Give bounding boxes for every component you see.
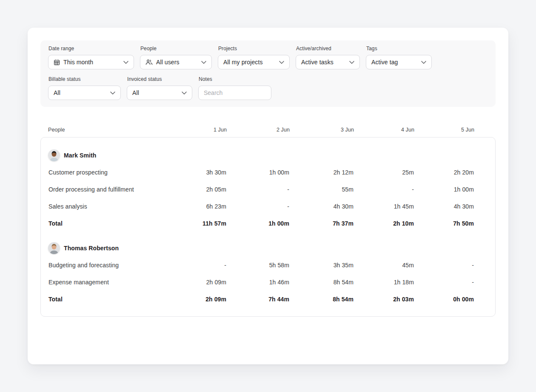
selected-value: This month [63, 59, 120, 66]
filter-label: Date range [48, 46, 134, 52]
notes-search-box [198, 86, 271, 100]
filter-panel: Date rangeThis monthPeopleAll usersProje… [40, 40, 496, 107]
users-icon [145, 59, 153, 65]
column-header-date: 5 Jun [414, 126, 474, 134]
chevron-down-icon [123, 61, 128, 64]
filter-tags: TagsActive tag [366, 46, 432, 69]
report-card: Date rangeThis monthPeopleAll usersProje… [28, 28, 508, 364]
total-time-cell: 2h 03m [354, 296, 414, 303]
filter-label: Active/archived [296, 46, 360, 52]
time-cell: 25m [354, 169, 414, 176]
filter-label: Tags [366, 46, 432, 52]
filter-active-archived: Active/archivedActive tasks [296, 46, 360, 69]
person-header-row: Mark Smith [41, 147, 495, 164]
task-row: Customer prospecting3h 30m1h 00m2h 12m25… [41, 164, 495, 181]
task-row: Expense management2h 09m1h 46m8h 54m1h 1… [41, 274, 495, 291]
column-header-people: People [48, 126, 166, 134]
billable-status-select[interactable]: All [48, 86, 121, 100]
time-cell: 3h 30m [166, 169, 226, 176]
chevron-down-icon [421, 61, 426, 64]
task-row: Order processing and fulfillment2h 05m-5… [41, 181, 495, 198]
chevron-down-icon [110, 92, 115, 94]
column-header-date: 4 Jun [354, 126, 414, 134]
total-time-cell: 8h 54m [289, 296, 354, 303]
total-label: Total [48, 296, 166, 303]
time-cell: 2h 05m [166, 186, 226, 193]
page-background: Date rangeThis monthPeopleAll usersProje… [0, 0, 536, 392]
time-cell: 1h 46m [226, 279, 289, 286]
selected-value: All users [156, 59, 198, 66]
time-cell: 6h 23m [166, 203, 226, 210]
chevron-down-icon [201, 61, 206, 64]
filter-label: Projects [218, 46, 290, 52]
task-name: Order processing and fulfillment [48, 186, 166, 193]
active-archived-select[interactable]: Active tasks [296, 55, 360, 69]
task-name: Budgeting and forecasting [48, 262, 166, 269]
notes-search-input[interactable] [199, 86, 271, 100]
date-range-select[interactable]: This month [48, 55, 134, 69]
time-cell: 8h 54m [289, 279, 354, 286]
selected-value: Active tasks [301, 59, 346, 66]
chevron-down-icon [349, 61, 354, 64]
time-cell: - [414, 279, 474, 286]
total-time-cell: 7h 44m [226, 296, 289, 303]
total-label: Total [48, 220, 166, 227]
task-name: Expense management [48, 279, 166, 286]
calendar-icon [54, 59, 60, 66]
filter-row-1: Date rangeThis monthPeopleAll usersProje… [48, 46, 488, 69]
filter-label: People [140, 46, 212, 52]
time-cell: - [354, 186, 414, 193]
tags-select[interactable]: Active tag [366, 55, 432, 69]
total-time-cell: 0h 00m [414, 296, 474, 303]
filter-label: Billable status [48, 76, 121, 83]
filter-row-2: Billable statusAllInvoiced statusAllNote… [48, 76, 488, 100]
total-time-cell: 1h 00m [226, 220, 289, 227]
people-select[interactable]: All users [140, 55, 212, 69]
task-name: Sales analysis [48, 203, 166, 210]
time-cell: 3h 35m [289, 262, 354, 269]
time-cell: 4h 30m [289, 203, 354, 210]
total-row: Total2h 09m7h 44m8h 54m2h 03m0h 00m [41, 291, 495, 308]
projects-select[interactable]: All my projects [218, 55, 290, 69]
filter-billable-status: Billable statusAll [48, 76, 121, 100]
total-time-cell: 2h 10m [354, 220, 414, 227]
time-cell: - [226, 203, 289, 210]
filter-label: Notes [199, 76, 271, 83]
total-row: Total11h 57m1h 00m7h 37m2h 10m7h 50m [41, 215, 495, 232]
chevron-down-icon [182, 92, 187, 94]
timesheet-table: Mark SmithCustomer prospecting3h 30m1h 0… [40, 137, 496, 317]
column-header-date: 1 Jun [166, 126, 227, 134]
time-cell: 1h 00m [226, 169, 289, 176]
total-time-cell: 2h 09m [166, 296, 226, 303]
time-cell: 2h 09m [166, 279, 226, 286]
invoiced-status-select[interactable]: All [127, 86, 192, 100]
task-name: Customer prospecting [48, 169, 166, 176]
total-time-cell: 7h 37m [289, 220, 354, 227]
table-header-row: People 1 Jun2 Jun3 Jun4 Jun5 Jun [40, 126, 496, 134]
filter-invoiced-status: Invoiced statusAll [127, 76, 192, 100]
filter-label: Invoiced status [127, 76, 192, 83]
user-avatar [48, 242, 60, 254]
time-cell: - [414, 262, 474, 269]
user-avatar [48, 149, 60, 161]
filter-projects: ProjectsAll my projects [218, 46, 290, 69]
chevron-down-icon [279, 61, 284, 64]
time-cell: - [166, 262, 226, 269]
person-group-thomas-robertson: Thomas RobertsonBudgeting and forecastin… [41, 240, 495, 308]
person-name: Mark Smith [64, 152, 96, 159]
selected-value: All [132, 89, 178, 96]
time-cell: - [226, 186, 289, 193]
time-cell: 2h 20m [414, 169, 474, 176]
total-time-cell: 7h 50m [414, 220, 474, 227]
person-header-row: Thomas Robertson [41, 240, 495, 257]
person-name: Thomas Robertson [64, 245, 119, 252]
filter-people: PeopleAll users [140, 46, 212, 69]
time-cell: 1h 18m [354, 279, 414, 286]
selected-value: Active tag [371, 59, 418, 66]
task-row: Sales analysis6h 23m-4h 30m1h 45m4h 30m [41, 198, 495, 215]
time-cell: 1h 45m [354, 203, 414, 210]
time-cell: 2h 12m [289, 169, 354, 176]
time-cell: 4h 30m [414, 203, 474, 210]
time-cell: 55m [289, 186, 354, 193]
time-cell: 1h 00m [414, 186, 474, 193]
